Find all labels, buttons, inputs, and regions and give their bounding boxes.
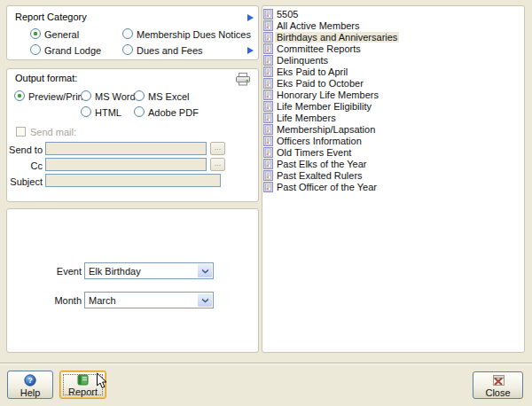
report-file-icon: [263, 9, 273, 20]
radio-ms-excel-label[interactable]: MS Excel: [148, 91, 189, 102]
chevron-down-icon[interactable]: [198, 293, 212, 307]
report-list-item[interactable]: Eks Paid to April: [262, 66, 524, 77]
report-file-icon: [263, 55, 273, 66]
send-mail-checkbox[interactable]: [16, 127, 26, 137]
chevron-down-icon[interactable]: [198, 264, 212, 277]
report-list-item[interactable]: Life Members: [262, 112, 524, 123]
report-file-icon: [263, 182, 273, 192]
report-list-item[interactable]: Delinquents: [262, 54, 524, 66]
report-list-item-label[interactable]: Past Exalted Rulers: [275, 170, 364, 181]
radio-grand-lodge[interactable]: [30, 44, 41, 55]
radio-html-label[interactable]: HTML: [95, 107, 121, 118]
report-list-item-label[interactable]: All Active Members: [275, 20, 362, 31]
report-list-item-label[interactable]: Past Elks of the Year: [275, 159, 369, 169]
close-button-label: Close: [485, 388, 510, 398]
report-list-item[interactable]: Life Member Eligibility: [262, 100, 524, 112]
report-list-item[interactable]: Birthdays and Anniversaries: [262, 31, 524, 43]
report-list-item[interactable]: 5505: [262, 8, 524, 20]
report-list-item[interactable]: Officers Information: [262, 135, 524, 146]
cc-label: Cc: [7, 160, 43, 171]
close-window-icon: [491, 375, 505, 388]
report-list-item[interactable]: Committee Reports: [262, 43, 524, 54]
event-label: Event: [7, 266, 82, 277]
subject-input[interactable]: [45, 174, 221, 187]
report-list-item[interactable]: Past Exalted Rulers: [262, 169, 524, 181]
month-label: Month: [7, 295, 82, 306]
radio-dues-and-fees-label[interactable]: Dues and Fees: [137, 45, 203, 56]
report-list-item-label[interactable]: Birthdays and Anniversaries: [275, 32, 399, 43]
send-mail-label: Send mail:: [30, 127, 76, 137]
report-list-item-label[interactable]: Delinquents: [275, 55, 330, 66]
report-file-icon: [263, 159, 273, 169]
help-button[interactable]: ? Help: [7, 371, 53, 399]
report-file-icon: [263, 170, 273, 181]
cc-input[interactable]: [45, 158, 207, 171]
send-to-input[interactable]: [45, 142, 207, 155]
radio-ms-excel[interactable]: [134, 90, 145, 101]
report-file-icon: [263, 124, 273, 135]
question-help-icon: ?: [24, 374, 36, 388]
output-format-title: Output format:: [15, 73, 77, 83]
radio-preview-print-label[interactable]: Preview/Print: [28, 91, 86, 102]
radio-membership-dues-notices[interactable]: [122, 28, 133, 39]
output-format-panel: Output format: Preview/Print MS Word MS …: [6, 68, 259, 202]
report-list-item[interactable]: Membership/Lapsation: [262, 123, 524, 135]
report-list-item[interactable]: Old Timers Event: [262, 146, 524, 158]
green-report-book-icon: [77, 374, 89, 387]
radio-membership-dues-notices-label[interactable]: Membership Dues Notices: [137, 29, 251, 40]
cc-browse-button[interactable]: ...: [210, 158, 225, 171]
report-button-label: Report: [68, 387, 98, 397]
radio-preview-print[interactable]: [14, 90, 25, 101]
report-file-icon: [263, 113, 273, 123]
printer-icon[interactable]: [235, 73, 251, 88]
report-file-icon: [263, 32, 273, 43]
report-list-item-label[interactable]: Committee Reports: [275, 43, 363, 54]
month-dropdown[interactable]: March: [84, 292, 214, 308]
report-list-item-label[interactable]: Membership/Lapsation: [275, 124, 377, 135]
blue-right-arrow-icon[interactable]: [247, 14, 254, 21]
svg-text:?: ?: [27, 376, 33, 385]
send-to-label: Send to: [7, 144, 43, 155]
month-dropdown-value: March: [89, 295, 116, 306]
radio-general[interactable]: [30, 28, 41, 39]
report-list-item-label[interactable]: Past Officer of the Year: [275, 182, 379, 192]
radio-dues-and-fees[interactable]: [122, 44, 133, 55]
blue-right-arrow-icon[interactable]: [247, 47, 254, 54]
radio-general-label[interactable]: General: [44, 29, 79, 40]
report-list-item-label[interactable]: Officers Information: [275, 136, 364, 146]
report-list: 5505 All Active Members: [262, 5, 525, 353]
subject-label: Subject: [7, 176, 43, 187]
report-list-item-label[interactable]: Eks Paid to October: [275, 78, 365, 89]
report-file-icon: [263, 136, 273, 146]
event-dropdown[interactable]: Elk Birthday: [84, 262, 214, 279]
radio-adobe-pdf-label[interactable]: Adobe PDF: [148, 107, 199, 118]
event-dropdown-value: Elk Birthday: [89, 266, 141, 277]
mouse-arrow-cursor: [96, 372, 107, 391]
send-to-browse-button[interactable]: ...: [210, 142, 225, 155]
radio-ms-word[interactable]: [81, 90, 91, 101]
report-list-item[interactable]: Past Elks of the Year: [262, 158, 524, 169]
radio-grand-lodge-label[interactable]: Grand Lodge: [44, 45, 101, 56]
help-button-label: Help: [20, 388, 41, 398]
radio-html[interactable]: [81, 106, 91, 117]
report-file-icon: [263, 78, 273, 89]
report-list-item-label[interactable]: Old Timers Event: [275, 147, 353, 158]
radio-ms-word-label[interactable]: MS Word: [95, 91, 136, 102]
close-button[interactable]: Close: [473, 371, 523, 399]
report-list-item[interactable]: Past Officer of the Year: [262, 181, 524, 192]
report-list-item[interactable]: All Active Members: [262, 20, 524, 31]
report-list-item[interactable]: Honorary Life Members: [262, 89, 524, 100]
report-list-item[interactable]: Eks Paid to October: [262, 77, 524, 89]
bottom-bar-divider: [0, 363, 532, 364]
report-list-item-label[interactable]: Life Member Eligibility: [275, 101, 373, 112]
report-list-item-label[interactable]: Eks Paid to April: [275, 66, 349, 77]
report-list-item-label[interactable]: 5505: [275, 9, 300, 20]
filters-panel: Event Elk Birthday Month March: [6, 208, 259, 353]
report-list-item-label[interactable]: Honorary Life Members: [275, 90, 380, 100]
radio-adobe-pdf[interactable]: [134, 106, 145, 117]
report-category-title: Report Category: [15, 12, 87, 22]
report-file-icon: [263, 147, 273, 158]
report-file-icon: [263, 43, 273, 54]
report-file-icon: [263, 20, 273, 31]
report-list-item-label[interactable]: Life Members: [275, 113, 338, 123]
